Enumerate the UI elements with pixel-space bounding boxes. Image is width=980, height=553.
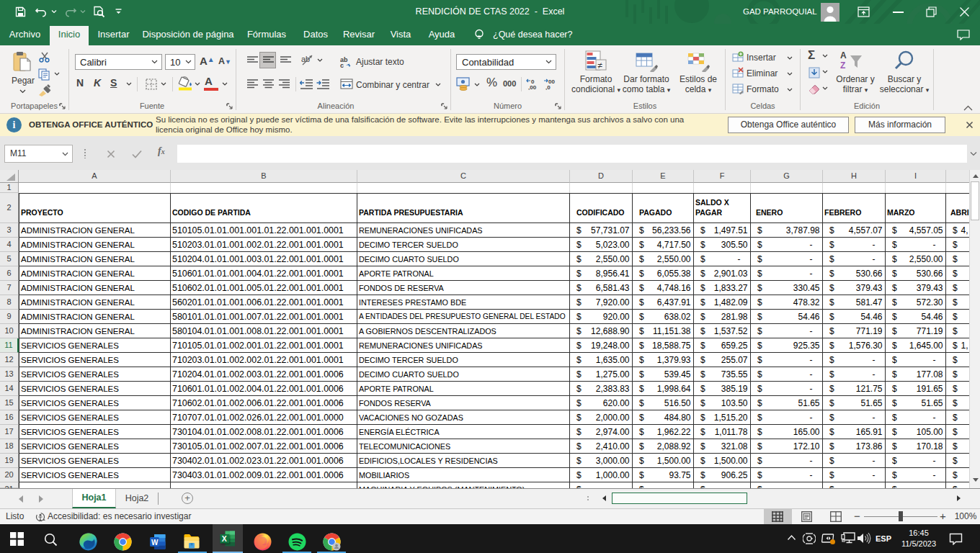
svg-text:c: c <box>340 62 344 68</box>
svg-text:A: A <box>840 50 847 60</box>
svg-text:X: X <box>222 534 227 543</box>
svg-text:Z: Z <box>840 60 845 71</box>
svg-text:W: W <box>151 539 159 547</box>
svg-text:,00: ,00 <box>528 84 537 90</box>
svg-text:,0: ,0 <box>545 84 551 90</box>
svg-text:≠: ≠ <box>598 60 603 71</box>
